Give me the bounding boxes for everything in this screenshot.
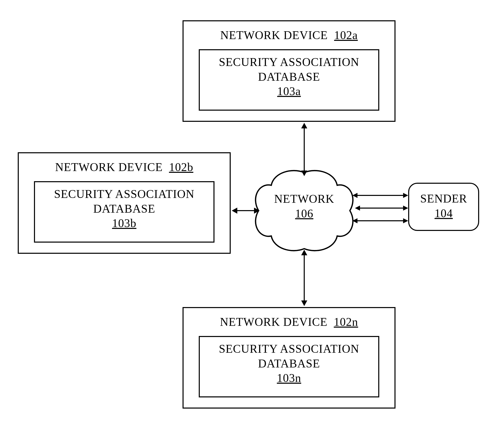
svg-marker-10: [352, 193, 357, 198]
arrow-device-a-to-network: [299, 123, 309, 176]
sender-label: SENDER: [420, 192, 467, 205]
arrow-network-to-sender-3: [352, 217, 408, 225]
svg-marker-2: [301, 171, 307, 176]
network-cloud: NETWORK 106: [254, 167, 355, 254]
security-db-b-ref: 103b: [112, 217, 136, 230]
security-db-b-box: SECURITY ASSOCIATION DATABASE 103b: [34, 181, 214, 243]
svg-marker-11: [403, 193, 408, 198]
diagram-canvas: NETWORK DEVICE 102a SECURITY ASSOCIATION…: [0, 0, 504, 438]
network-ref: 106: [295, 207, 313, 220]
svg-marker-1: [301, 123, 307, 128]
security-db-b-text: SECURITY ASSOCIATION DATABASE 103b: [35, 182, 213, 231]
network-label-block: NETWORK 106: [254, 192, 355, 221]
device-b-title-label: NETWORK DEVICE: [55, 161, 163, 174]
svg-marker-8: [301, 300, 307, 306]
svg-marker-4: [232, 208, 237, 214]
device-a-title-label: NETWORK DEVICE: [220, 29, 328, 42]
security-db-a-label: SECURITY ASSOCIATION DATABASE: [219, 56, 359, 83]
security-db-b-label: SECURITY ASSOCIATION DATABASE: [54, 188, 194, 215]
svg-marker-5: [254, 208, 260, 214]
network-device-a-title: NETWORK DEVICE 102a: [184, 28, 394, 42]
network-device-b-box: NETWORK DEVICE 102b SECURITY ASSOCIATION…: [18, 152, 231, 254]
security-db-a-ref: 103a: [277, 85, 301, 98]
svg-marker-13: [355, 206, 360, 211]
network-device-n-title: NETWORK DEVICE 102n: [184, 315, 394, 329]
security-db-n-box: SECURITY ASSOCIATION DATABASE 103n: [199, 336, 379, 397]
security-db-a-text: SECURITY ASSOCIATION DATABASE 103a: [200, 50, 378, 99]
arrow-network-to-sender-2: [355, 204, 408, 212]
arrow-network-to-sender-1: [352, 192, 408, 199]
device-n-title-label: NETWORK DEVICE: [220, 315, 327, 328]
device-a-title-ref: 102a: [334, 29, 358, 42]
security-db-n-label: SECURITY ASSOCIATION DATABASE: [219, 342, 359, 370]
network-device-a-box: NETWORK DEVICE 102a SECURITY ASSOCIATION…: [183, 20, 395, 122]
svg-marker-17: [403, 218, 408, 223]
network-device-b-title: NETWORK DEVICE 102b: [19, 160, 230, 174]
security-db-n-ref: 103n: [277, 372, 301, 384]
sender-box: SENDER 104: [408, 183, 479, 231]
sender-ref: 104: [435, 207, 453, 220]
arrow-device-n-to-network: [299, 250, 309, 306]
device-b-title-ref: 102b: [169, 161, 193, 174]
security-db-a-box: SECURITY ASSOCIATION DATABASE 103a: [199, 49, 379, 111]
arrow-device-b-to-network: [232, 206, 260, 216]
svg-marker-16: [352, 218, 357, 223]
network-device-n-box: NETWORK DEVICE 102n SECURITY ASSOCIATION…: [183, 307, 395, 409]
svg-marker-14: [403, 206, 408, 211]
security-db-n-text: SECURITY ASSOCIATION DATABASE 103n: [200, 337, 378, 385]
device-n-title-ref: 102n: [334, 315, 358, 328]
network-label: NETWORK: [274, 192, 334, 205]
svg-marker-7: [301, 250, 307, 255]
